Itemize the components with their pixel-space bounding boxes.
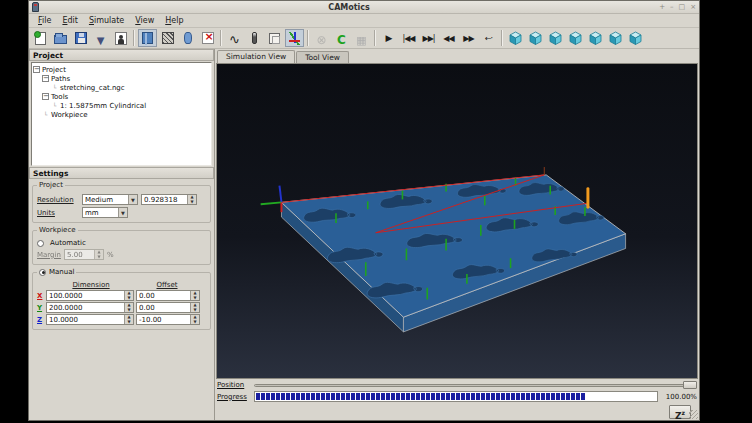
skip-to-end-button[interactable]: ▶▶| — [419, 29, 438, 47]
step-forward-button[interactable]: ▶▶ — [459, 29, 478, 47]
toolbar: ▶|◀◀▶▶|◀◀▶▶←· — [29, 28, 699, 49]
manual-radio[interactable] — [39, 269, 46, 276]
units-select[interactable]: mm ▼ — [82, 207, 128, 218]
y-dimension-spinbox[interactable]: 200.0000▲▼ — [46, 302, 134, 313]
chevron-down-icon[interactable]: ▼ — [118, 208, 127, 217]
view-left-button[interactable] — [566, 29, 585, 47]
automatic-radio[interactable] — [37, 240, 44, 247]
progress-segment — [336, 393, 340, 400]
z-offset-spinbox[interactable]: -10.00▲▼ — [136, 314, 200, 325]
menu-simulate[interactable]: Simulate — [84, 15, 129, 26]
progress-segment — [566, 393, 570, 400]
play-button[interactable]: ▶ — [379, 29, 398, 47]
progress-row: Progress 100.00% — [215, 390, 699, 403]
progress-segment — [491, 393, 495, 400]
tree-expander-icon[interactable]: − — [42, 75, 49, 82]
show-axes-button[interactable] — [285, 29, 304, 47]
minimize-button[interactable]: – — [670, 3, 674, 11]
spin-buttons[interactable]: ▲▼ — [124, 303, 133, 312]
close-button[interactable]: × — [690, 3, 696, 11]
step-back-button[interactable]: ◀◀ — [439, 29, 458, 47]
view-front-button[interactable] — [526, 29, 545, 47]
spin-buttons[interactable]: ▲▼ — [94, 250, 103, 259]
reload-button[interactable] — [332, 29, 351, 47]
position-slider[interactable] — [254, 381, 697, 389]
tree-item-stretching-cat-ngc[interactable]: └stretching_cat.ngc — [33, 83, 210, 92]
tree-item-1-1-5875mm-cylindrical[interactable]: └1: 1.5875mm Cylindrical — [33, 101, 210, 110]
toolbar-separator — [307, 30, 309, 46]
chevron-down-icon[interactable]: ▼ — [128, 195, 137, 204]
show-toolpath-button[interactable] — [225, 29, 244, 47]
tab-simulation-view[interactable]: Simulation View — [217, 50, 295, 63]
slider-handle[interactable] — [683, 381, 697, 389]
show-tool-button[interactable] — [245, 29, 264, 47]
project-group-legend: Project — [37, 181, 65, 189]
view-right-button[interactable] — [586, 29, 605, 47]
open-project-button[interactable] — [51, 29, 70, 47]
spin-buttons[interactable]: ▲▼ — [190, 315, 199, 324]
zz-button[interactable]: Zz — [669, 405, 691, 419]
stop-button[interactable] — [312, 29, 331, 47]
tree-expander-icon[interactable]: − — [42, 93, 49, 100]
tool-table-icon — [115, 32, 127, 45]
axis-label-y: Y — [37, 304, 44, 312]
margin-spinbox[interactable]: 5.00 ▲▼ — [64, 249, 104, 260]
tree-leaf-icon: └ — [51, 84, 58, 91]
title-bar[interactable]: CAMotics + – □ × — [29, 1, 699, 14]
show-workpiece-button[interactable] — [178, 29, 197, 47]
tab-tool-view[interactable]: Tool View — [296, 51, 349, 63]
y-offset-spinbox[interactable]: 0.00▲▼ — [136, 302, 200, 313]
skip-to-start-button[interactable]: |◀◀ — [399, 29, 418, 47]
tree-item-paths[interactable]: −Paths — [33, 74, 210, 83]
progress-segment — [276, 393, 280, 400]
x-offset-spinbox[interactable]: 0.00▲▼ — [136, 290, 200, 301]
show-wireframe-button[interactable] — [158, 29, 177, 47]
view-back-button[interactable] — [546, 29, 565, 47]
z-dimension-spinbox[interactable]: 10.0000▲▼ — [46, 314, 134, 325]
progress-segment — [471, 393, 475, 400]
show-surface-button[interactable] — [138, 29, 157, 47]
tree-item-workpiece[interactable]: └Workpiece — [33, 110, 210, 119]
menu-view[interactable]: View — [130, 15, 159, 26]
optimize-button[interactable] — [352, 29, 371, 47]
tree-leaf-icon: └ — [51, 102, 58, 109]
spin-buttons[interactable]: ▲▼ — [124, 291, 133, 300]
tree-expander-icon[interactable]: − — [33, 66, 40, 73]
menu-edit[interactable]: Edit — [57, 15, 83, 26]
project-panel-header: Project — [29, 49, 214, 61]
progress-segment — [476, 393, 480, 400]
play-icon: ▶ — [386, 33, 392, 43]
save-project-button[interactable] — [71, 29, 90, 47]
new-project-button[interactable] — [31, 29, 50, 47]
clear-surface-button[interactable] — [198, 29, 217, 47]
spin-buttons[interactable]: ▲▼ — [190, 303, 199, 312]
spin-buttons[interactable]: ▲▼ — [190, 291, 199, 300]
simulation-viewport[interactable] — [216, 63, 698, 379]
tool-table-button[interactable] — [111, 29, 130, 47]
tree-item-project[interactable]: −Project — [33, 65, 210, 74]
project-tree[interactable]: −Project−Paths└stretching_cat.ngc−Tools└… — [31, 62, 212, 166]
seek-position-button[interactable]: ←· — [479, 29, 498, 47]
view-bottom-button[interactable] — [626, 29, 645, 47]
view-isometric-icon — [508, 31, 523, 46]
spin-buttons[interactable]: ▲▼ — [187, 195, 196, 204]
settings-body: Project Resolution Medium ▼ 0.928318 ▲▼ — [29, 179, 214, 420]
menu-help[interactable]: Help — [160, 15, 188, 26]
view-isometric-button[interactable] — [506, 29, 525, 47]
view-top-button[interactable] — [606, 29, 625, 47]
resolution-select[interactable]: Medium ▼ — [82, 194, 138, 205]
menu-file[interactable]: File — [33, 15, 56, 26]
progress-segment — [326, 393, 330, 400]
resolution-value-spinbox[interactable]: 0.928318 ▲▼ — [141, 194, 197, 205]
progress-segment — [421, 393, 425, 400]
resize-grip-icon[interactable] — [689, 410, 698, 419]
show-bounds-button[interactable] — [265, 29, 284, 47]
maximize-button[interactable]: □ — [679, 3, 686, 11]
progress-segment — [451, 393, 455, 400]
export-button[interactable] — [91, 29, 110, 47]
x-dimension-spinbox[interactable]: 100.0000▲▼ — [46, 290, 134, 301]
spin-buttons[interactable]: ▲▼ — [124, 315, 133, 324]
pin-button[interactable]: + — [659, 3, 665, 11]
progress-segment — [446, 393, 450, 400]
tree-item-tools[interactable]: −Tools — [33, 92, 210, 101]
